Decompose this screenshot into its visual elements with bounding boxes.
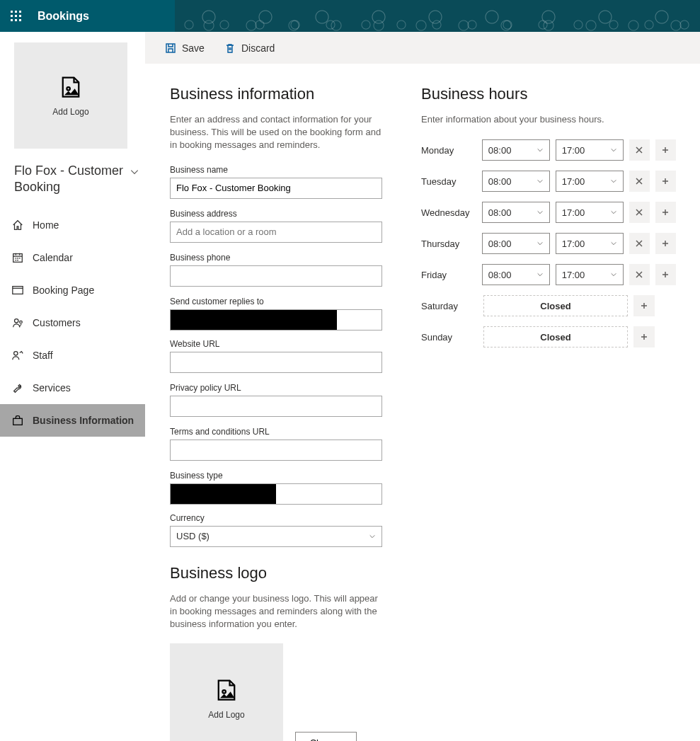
remove-hours-button[interactable] — [629, 264, 650, 285]
day-label: Saturday — [421, 301, 478, 311]
main-panel: Save Discard Business information Enter … — [145, 32, 700, 741]
svg-rect-1 — [15, 11, 17, 13]
change-logo-button[interactable]: Change — [295, 732, 357, 741]
add-logo-tile[interactable]: Add Logo — [14, 42, 127, 149]
calendar-picker[interactable]: Flo Fox - Customer Booking — [0, 159, 145, 209]
privacy-url-input[interactable] — [170, 396, 382, 417]
svg-point-17 — [222, 690, 226, 694]
sidebar-item-services[interactable]: Services — [0, 372, 145, 404]
hours-row: Wednesday08:0017:00 — [421, 201, 676, 224]
remove-hours-button[interactable] — [629, 233, 650, 254]
business-name-input[interactable] — [170, 178, 382, 199]
add-logo-label: Add Logo — [52, 107, 88, 117]
add-hours-button[interactable] — [633, 326, 655, 347]
replies-input[interactable] — [170, 309, 382, 331]
section-hint: Enter information about your business ho… — [421, 113, 676, 126]
add-hours-button[interactable] — [633, 295, 655, 316]
end-time-select[interactable]: 17:00 — [556, 264, 624, 285]
sidebar-item-label: Services — [33, 382, 71, 394]
chevron-down-icon — [610, 178, 617, 185]
day-label: Thursday — [421, 239, 476, 249]
closed-indicator: Closed — [483, 295, 628, 316]
start-time-select[interactable]: 08:00 — [482, 202, 550, 223]
remove-hours-button[interactable] — [629, 171, 650, 192]
app-header: Bookings — [0, 0, 700, 32]
discard-label: Discard — [241, 42, 275, 54]
chevron-down-icon — [537, 240, 544, 247]
sidebar-item-label: Staff — [33, 350, 53, 361]
hours-row: SundayClosed — [421, 326, 676, 348]
calendar-title: Flo Fox - Customer Booking — [14, 163, 127, 196]
chevron-down-icon — [610, 209, 617, 216]
start-time-select[interactable]: 08:00 — [482, 264, 550, 285]
add-hours-button[interactable] — [655, 171, 676, 192]
day-label: Monday — [421, 145, 476, 156]
business-info-section: Business information Enter an address an… — [170, 85, 382, 741]
chevron-down-icon — [610, 147, 617, 154]
website-url-input[interactable] — [170, 352, 382, 373]
chevron-down-icon — [127, 163, 145, 177]
end-time-select[interactable]: 17:00 — [556, 139, 624, 161]
business-phone-input[interactable] — [170, 265, 382, 287]
add-hours-button[interactable] — [655, 264, 676, 285]
sidebar-item-home[interactable]: Home — [0, 209, 145, 241]
sidebar-item-label: Customers — [33, 317, 81, 328]
start-time-select[interactable]: 08:00 — [482, 171, 550, 192]
add-logo-tile[interactable]: Add Logo — [170, 643, 283, 741]
sidebar-item-customers[interactable]: Customers — [0, 306, 145, 339]
terms-url-input[interactable] — [170, 440, 382, 461]
end-time-select[interactable]: 17:00 — [556, 202, 624, 223]
hours-row: SaturdayClosed — [421, 294, 676, 317]
svg-rect-4 — [15, 15, 17, 17]
add-hours-button[interactable] — [655, 233, 676, 254]
hours-row: Friday08:0017:00 — [421, 263, 676, 286]
chevron-down-icon — [610, 271, 617, 278]
svg-point-13 — [20, 321, 23, 323]
sidebar-item-business-information[interactable]: Business Information — [0, 404, 145, 437]
command-bar: Save Discard — [145, 32, 700, 64]
add-hours-button[interactable] — [655, 202, 676, 223]
field-label-phone: Business phone — [170, 253, 382, 263]
start-time-select[interactable]: 08:00 — [482, 139, 550, 161]
hours-row: Thursday08:0017:00 — [421, 232, 676, 255]
save-button[interactable]: Save — [165, 42, 205, 54]
chevron-down-icon — [369, 533, 376, 540]
sidebar-item-label: Calendar — [33, 252, 73, 263]
chevron-down-icon — [610, 240, 617, 247]
chevron-down-icon — [537, 209, 544, 216]
currency-value: USD ($) — [176, 531, 210, 541]
add-logo-label: Add Logo — [208, 710, 244, 720]
sidebar-item-label: Booking Page — [33, 285, 94, 296]
day-label: Friday — [421, 270, 476, 280]
svg-rect-6 — [11, 19, 13, 21]
business-type-input[interactable] — [170, 483, 382, 505]
svg-rect-5 — [19, 15, 21, 17]
app-launcher-icon[interactable] — [0, 0, 32, 32]
svg-rect-2 — [19, 11, 21, 13]
hours-row: Monday08:0017:00 — [421, 139, 676, 161]
svg-rect-0 — [11, 11, 13, 13]
section-hint: Add or change your business logo. This w… — [170, 592, 382, 631]
end-time-select[interactable]: 17:00 — [556, 171, 624, 192]
hours-row: Tuesday08:0017:00 — [421, 170, 676, 193]
chevron-down-icon — [537, 178, 544, 185]
day-label: Wednesday — [421, 207, 476, 218]
svg-rect-8 — [19, 19, 21, 21]
add-hours-button[interactable] — [655, 139, 676, 161]
svg-point-9 — [67, 87, 70, 91]
sidebar-item-booking-page[interactable]: Booking Page — [0, 274, 145, 306]
section-heading: Business hours — [421, 85, 676, 103]
discard-button[interactable]: Discard — [224, 42, 275, 54]
sidebar-item-staff[interactable]: Staff — [0, 339, 145, 372]
start-time-select[interactable]: 08:00 — [482, 233, 550, 254]
end-time-select[interactable]: 17:00 — [556, 233, 624, 254]
remove-hours-button[interactable] — [629, 202, 650, 223]
svg-rect-11 — [13, 286, 23, 294]
section-hint: Enter an address and contact information… — [170, 113, 382, 152]
currency-select[interactable]: USD ($) — [170, 526, 382, 547]
remove-hours-button[interactable] — [629, 139, 650, 161]
sidebar: Add Logo Flo Fox - Customer Booking Home… — [0, 32, 145, 741]
sidebar-item-calendar[interactable]: Calendar — [0, 241, 145, 274]
section-heading: Business information — [170, 85, 382, 103]
business-address-input[interactable] — [170, 222, 382, 243]
